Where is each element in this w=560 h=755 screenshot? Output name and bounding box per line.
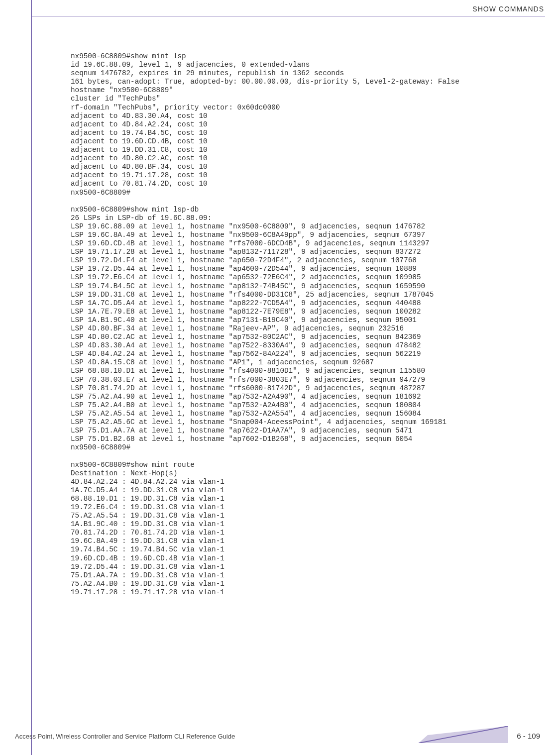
header-title: SHOW COMMANDS bbox=[472, 5, 544, 13]
side-rule bbox=[31, 0, 32, 755]
page: SHOW COMMANDS nx9500-6C8809#show mint ls… bbox=[0, 0, 560, 755]
footer-guide-title: Access Point, Wireless Controller and Se… bbox=[15, 733, 235, 740]
footer-flag-icon bbox=[419, 726, 508, 743]
terminal-output: nx9500-6C8809#show mint lsp id 19.6C.88.… bbox=[71, 52, 549, 597]
footer: Access Point, Wireless Controller and Se… bbox=[15, 727, 545, 743]
header-rule bbox=[31, 16, 545, 16]
footer-page-number: 6 - 109 bbox=[517, 732, 540, 740]
